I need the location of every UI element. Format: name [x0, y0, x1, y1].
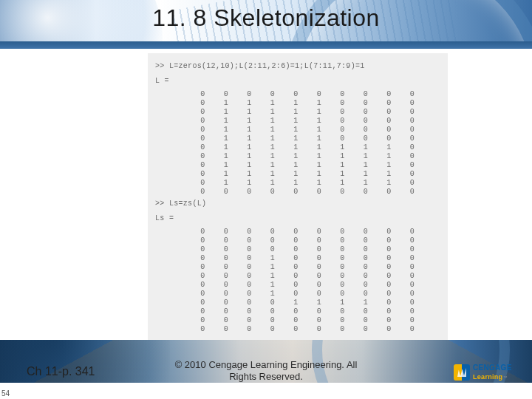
header-bar — [0, 41, 532, 49]
logo-line-2: Learning — [473, 373, 502, 381]
logo-text: CENGAGE Learning™ — [473, 364, 512, 381]
code-command-1: >> L=zeros(12,10);L(2:11,2:6)=1;L(7:11,7… — [155, 62, 440, 71]
slide: 11. 8 Skeletonization >> L=zeros(12,10);… — [0, 0, 532, 399]
matrix-L: 0 0 0 0 0 0 0 0 0 0 0 1 1 1 1 1 0 0 0 0 … — [182, 90, 440, 197]
code-panel: >> L=zeros(12,10);L(2:11,2:6)=1;L(7:11,7… — [148, 53, 448, 343]
copyright-line-1: © 2010 Cengage Learning Engineering. All — [175, 359, 358, 370]
slide-title: 11. 8 Skeletonization — [0, 4, 532, 32]
code-command-2: >> Ls=zs(L) — [155, 200, 440, 208]
logo-icon — [454, 364, 470, 381]
logo-tm: ™ — [502, 375, 507, 380]
code-varname-1: L = — [155, 77, 440, 86]
logo-line-1: CENGAGE — [473, 364, 512, 372]
code-varname-2: Ls = — [155, 214, 440, 223]
cengage-logo: CENGAGE Learning™ — [454, 361, 522, 384]
copyright-text: © 2010 Cengage Learning Engineering. All… — [0, 359, 532, 383]
slide-number: 54 — [0, 389, 10, 398]
matrix-Ls: 0 0 0 0 0 0 0 0 0 0 0 0 0 0 0 0 0 0 0 0 … — [182, 228, 440, 334]
copyright-line-2: Rights Reserved. — [229, 371, 303, 382]
